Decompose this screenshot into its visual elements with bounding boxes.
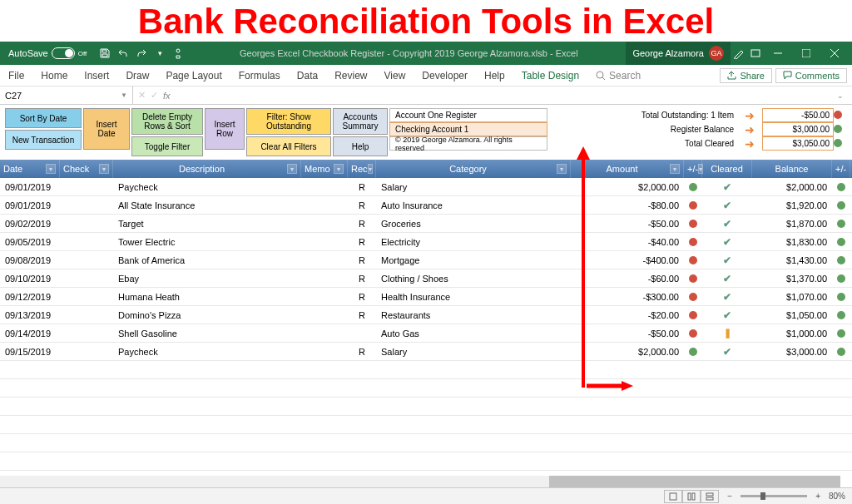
cell-amount[interactable]: -$20.00 (571, 306, 684, 324)
tab-insert[interactable]: Insert (76, 65, 117, 86)
cell-memo[interactable] (301, 324, 348, 342)
cell-date[interactable]: 09/12/2019 (0, 288, 60, 305)
cell-check[interactable] (60, 288, 113, 305)
comments-button[interactable]: Comments (775, 68, 847, 83)
header-description[interactable]: Description▾ (113, 160, 301, 178)
cell-description[interactable]: Domino's Pizza (113, 306, 301, 324)
cell-amount[interactable]: $2,000.00 (571, 343, 684, 360)
cell-balance[interactable]: $1,000.00 (752, 324, 832, 342)
page-layout-view-button[interactable] (682, 490, 701, 503)
new-transaction-button[interactable]: New Transaction (5, 130, 82, 150)
cell-rec[interactable] (348, 324, 376, 342)
zoom-in-button[interactable]: + (815, 492, 820, 501)
table-row[interactable]: 09/12/2019Humana HeathRHealth Insurance-… (0, 288, 852, 306)
cell-memo[interactable] (301, 178, 348, 195)
cell-cleared[interactable]: ✔ (702, 251, 752, 269)
table-row[interactable]: 09/10/2019EbayRClothing / Shoes-$60.00✔$… (0, 269, 852, 288)
cell-check[interactable] (60, 343, 113, 360)
draw-icon[interactable] (731, 45, 747, 62)
tab-data[interactable]: Data (289, 65, 326, 86)
tab-page-layout[interactable]: Page Layout (157, 65, 230, 86)
cancel-formula-icon[interactable]: ✕ (138, 90, 146, 101)
cell-description[interactable]: Humana Heath (113, 288, 301, 305)
table-row[interactable]: 09/13/2019Domino's PizzaRRestaurants-$20… (0, 306, 852, 324)
maximize-button[interactable] (792, 42, 820, 65)
table-row[interactable]: 09/01/2019PaycheckRSalary$2,000.00✔$2,00… (0, 178, 852, 196)
cell-memo[interactable] (301, 251, 348, 269)
cell-date[interactable]: 09/14/2019 (0, 324, 60, 342)
cell-description[interactable]: Paycheck (113, 178, 301, 195)
autosave-toggle[interactable]: AutoSave Off (3, 47, 92, 59)
cell-date[interactable]: 09/01/2019 (0, 196, 60, 214)
cell-date[interactable]: 09/15/2019 (0, 343, 60, 360)
cell-memo[interactable] (301, 288, 348, 305)
header-cleared[interactable]: Cleared (702, 160, 752, 178)
tab-developer[interactable]: Developer (414, 65, 476, 86)
cell-category[interactable]: Clothing / Shoes (376, 269, 571, 287)
cell-check[interactable] (60, 196, 113, 214)
cell-category[interactable]: Auto Insurance (376, 196, 571, 214)
filter-outstanding-button[interactable]: Filter: Show Outstanding (246, 108, 331, 135)
header-plusminus-2[interactable]: +/- (832, 160, 850, 178)
cell-category[interactable]: Electricity (376, 233, 571, 250)
header-amount[interactable]: Amount▾ (571, 160, 684, 178)
cell-amount[interactable]: -$50.00 (571, 324, 684, 342)
empty-row[interactable] (0, 379, 852, 398)
tab-review[interactable]: Review (326, 65, 375, 86)
page-break-view-button[interactable] (701, 490, 719, 503)
header-check[interactable]: Check▾ (60, 160, 113, 178)
tab-formulas[interactable]: Formulas (230, 65, 289, 86)
cell-rec[interactable]: R (348, 251, 376, 269)
zoom-level[interactable]: 80% (829, 492, 845, 501)
cell-check[interactable] (60, 233, 113, 250)
cell-category[interactable]: Mortgage (376, 251, 571, 269)
table-row[interactable]: 09/08/2019Bank of AmericaRMortgage-$400.… (0, 251, 852, 269)
cell-cleared[interactable]: ❚ (702, 324, 752, 342)
save-icon[interactable] (97, 45, 113, 62)
insert-date-button[interactable]: Insert Date (83, 108, 130, 150)
sort-by-date-button[interactable]: Sort By Date (5, 108, 82, 128)
cell-balance[interactable]: $1,870.00 (752, 215, 832, 232)
cell-date[interactable]: 09/05/2019 (0, 233, 60, 250)
cell-description[interactable]: Shell Gasoline (113, 324, 301, 342)
cell-amount[interactable]: $2,000.00 (571, 178, 684, 195)
cell-memo[interactable] (301, 233, 348, 250)
cell-memo[interactable] (301, 343, 348, 360)
undo-icon[interactable] (115, 45, 131, 62)
cell-rec[interactable]: R (348, 288, 376, 305)
accounts-summary-button[interactable]: Accounts Summary (333, 108, 388, 135)
delete-empty-rows-button[interactable]: Delete Empty Rows & Sort (131, 108, 203, 135)
header-memo[interactable]: Memo▾ (301, 160, 348, 178)
help-button[interactable]: Help (333, 136, 388, 156)
tab-home[interactable]: Home (32, 65, 76, 86)
cell-cleared[interactable]: ✔ (702, 288, 752, 305)
cell-date[interactable]: 09/13/2019 (0, 306, 60, 324)
cell-amount[interactable]: -$40.00 (571, 233, 684, 250)
total-cleared-value[interactable]: $3,050.00 (762, 136, 834, 151)
cell-rec[interactable]: R (348, 233, 376, 250)
cell-category[interactable]: Health Insurance (376, 288, 571, 305)
table-row[interactable]: 09/05/2019Tower ElectricRElectricity-$40… (0, 233, 852, 251)
user-account[interactable]: George Alzamora GA (626, 42, 731, 65)
tab-view[interactable]: View (376, 65, 414, 86)
cell-rec[interactable]: R (348, 306, 376, 324)
cell-cleared[interactable]: ✔ (702, 306, 752, 324)
cell-amount[interactable]: -$300.00 (571, 288, 684, 305)
cell-check[interactable] (60, 269, 113, 287)
cell-rec[interactable]: R (348, 215, 376, 232)
header-plusminus[interactable]: +/-▾ (684, 160, 702, 178)
table-row[interactable]: 09/01/2019All State InsuranceRAuto Insur… (0, 196, 852, 215)
cell-cleared[interactable]: ✔ (702, 233, 752, 250)
cell-date[interactable]: 09/08/2019 (0, 251, 60, 269)
cell-description[interactable]: Bank of America (113, 251, 301, 269)
tab-draw[interactable]: Draw (117, 65, 157, 86)
cell-category[interactable]: Salary (376, 178, 571, 195)
cell-memo[interactable] (301, 306, 348, 324)
cell-balance[interactable]: $3,000.00 (752, 343, 832, 360)
cell-memo[interactable] (301, 215, 348, 232)
cell-description[interactable]: All State Insurance (113, 196, 301, 214)
cell-check[interactable] (60, 178, 113, 195)
clear-filters-button[interactable]: Clear All Filters (246, 136, 331, 156)
cell-rec[interactable]: R (348, 178, 376, 195)
cell-category[interactable]: Salary (376, 343, 571, 360)
